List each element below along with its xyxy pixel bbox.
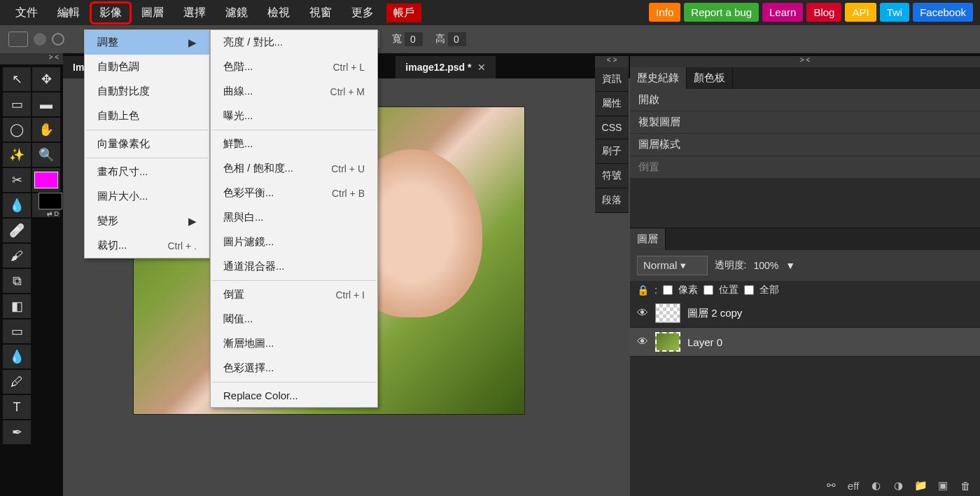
link-learn[interactable]: Learn <box>762 3 803 22</box>
tool-stamp[interactable]: ⧉ <box>3 269 31 293</box>
blend-mode-select[interactable]: Normal ▾ <box>637 256 708 275</box>
tool-wand[interactable]: ✨ <box>3 143 31 167</box>
menu-item-向量像素化[interactable]: 向量像素化 <box>85 132 209 156</box>
tool-zoom[interactable]: 🔍 <box>32 143 60 167</box>
tool-swatch-fg[interactable] <box>32 168 60 192</box>
panel-tab-brush[interactable]: 刷子 <box>595 139 629 164</box>
link-twitter[interactable]: Twi <box>880 3 910 22</box>
panel-tab-props[interactable]: 屬性 <box>595 92 629 116</box>
layer-thumb[interactable] <box>655 332 680 352</box>
opacity-value[interactable]: 100% <box>753 260 778 271</box>
menu-item-色彩選擇...[interactable]: 色彩選擇... <box>211 356 377 380</box>
link-blog[interactable]: Blog <box>806 3 841 22</box>
visibility-icon[interactable]: 👁 <box>637 336 648 348</box>
link-icon[interactable]: ⚯ <box>825 479 837 492</box>
menu-edit[interactable]: 編輯 <box>48 1 90 25</box>
menu-item-自動色調[interactable]: 自動色調 <box>85 55 209 79</box>
menu-file[interactable]: 文件 <box>6 1 48 25</box>
layer-name[interactable]: Layer 0 <box>687 336 722 348</box>
opt-shape-circle-icon[interactable] <box>34 33 46 46</box>
tool-move[interactable]: ↖ <box>3 67 31 91</box>
tool-path[interactable]: ✒ <box>3 420 31 444</box>
toolbox-collapse[interactable]: > < <box>0 53 63 64</box>
menu-item-自動上色[interactable]: 自動上色 <box>85 104 209 128</box>
menu-item-黑與白...[interactable]: 黑與白... <box>211 205 377 230</box>
tool-hand[interactable]: ✋ <box>32 118 60 142</box>
adjustment-icon[interactable]: ◑ <box>892 479 904 492</box>
lock-position-checkbox[interactable] <box>704 285 713 295</box>
panel-tab-info[interactable]: 資訊 <box>595 67 629 92</box>
layer-thumb[interactable] <box>655 303 680 323</box>
menu-more[interactable]: 更多 <box>342 1 384 25</box>
visibility-icon[interactable]: 👁 <box>637 307 648 319</box>
tool-lasso[interactable]: ◯ <box>3 118 31 142</box>
opacity-chevron-icon[interactable]: ▼ <box>785 260 795 271</box>
panel-collapse-icon[interactable]: > < <box>630 56 980 67</box>
layer-name[interactable]: 圖層 2 copy <box>687 307 742 320</box>
link-facebook[interactable]: Facebook <box>913 3 973 22</box>
tool-transform[interactable]: ✥ <box>32 67 60 91</box>
opt-height-value[interactable]: 0 <box>448 32 466 46</box>
menu-account[interactable]: 帳戶 <box>386 4 421 22</box>
lock-all-checkbox[interactable] <box>744 285 754 295</box>
tool-blur[interactable]: 💧 <box>3 345 31 368</box>
tool-eyedrop[interactable]: 💧 <box>3 193 31 217</box>
panel-expand-icon[interactable]: < > <box>595 56 629 67</box>
tab-swatches[interactable]: 顏色板 <box>687 67 733 89</box>
history-item[interactable]: 圖層樣式 <box>630 134 980 156</box>
opt-shape-ring-icon[interactable] <box>52 33 64 46</box>
menu-window[interactable]: 視窗 <box>300 1 342 25</box>
tool-crop[interactable]: ✂ <box>3 168 31 192</box>
tool-gradient[interactable]: ▭ <box>3 319 31 343</box>
opt-marquee-icon[interactable] <box>8 32 28 47</box>
new-layer-icon[interactable]: ▣ <box>937 479 949 492</box>
menu-view[interactable]: 檢視 <box>258 1 300 25</box>
menu-item-自動對比度[interactable]: 自動對比度 <box>85 79 209 104</box>
link-api[interactable]: API <box>845 3 876 22</box>
link-report-bug[interactable]: Report a bug <box>684 3 759 22</box>
menu-item-漸層地圖...[interactable]: 漸層地圖... <box>211 331 377 356</box>
layer-row[interactable]: 👁 圖層 2 copy <box>630 299 980 328</box>
menu-item-色階...[interactable]: 色階...Ctrl + L <box>211 55 377 79</box>
doc-tab-1[interactable]: image12.psd * ✕ <box>396 56 496 78</box>
menu-item-Replace Color...[interactable]: Replace Color... <box>211 384 377 407</box>
menu-item-通道混合器...[interactable]: 通道混合器... <box>211 254 377 279</box>
menu-item-調整[interactable]: 調整▶ <box>85 30 209 55</box>
folder-icon[interactable]: 📁 <box>914 479 927 492</box>
fx-button[interactable]: eff <box>847 480 860 492</box>
panel-tab-css[interactable]: CSS <box>595 116 629 139</box>
mask-icon[interactable]: ◐ <box>869 479 882 492</box>
close-icon[interactable]: ✕ <box>477 62 486 73</box>
link-info[interactable]: Info <box>649 3 680 22</box>
tool-heal[interactable]: 🩹 <box>3 219 31 242</box>
menu-select[interactable]: 選擇 <box>174 1 216 25</box>
panel-tab-para[interactable]: 段落 <box>595 188 629 213</box>
opt-width-value[interactable]: 0 <box>405 32 423 46</box>
menu-item-鮮艷...[interactable]: 鮮艷... <box>211 132 377 156</box>
layer-row[interactable]: 👁 Layer 0 <box>630 328 980 357</box>
menu-item-畫布尺寸...[interactable]: 畫布尺寸... <box>85 160 209 184</box>
menu-item-變形[interactable]: 變形▶ <box>85 209 209 233</box>
menu-item-圖片濾鏡...[interactable]: 圖片濾鏡... <box>211 230 377 254</box>
menu-filter[interactable]: 濾鏡 <box>216 1 258 25</box>
menu-item-圖片大小...[interactable]: 圖片大小... <box>85 184 209 209</box>
tool-rect[interactable]: ▬ <box>32 92 60 116</box>
menu-item-曝光...[interactable]: 曝光... <box>211 104 377 128</box>
menu-item-亮度 / 對比...[interactable]: 亮度 / 對比... <box>211 30 377 55</box>
menu-image[interactable]: 影像 <box>90 1 132 25</box>
trash-icon[interactable]: 🗑 <box>959 480 972 492</box>
lock-pixel-checkbox[interactable] <box>663 285 673 295</box>
tab-history[interactable]: 歷史紀錄 <box>630 67 687 89</box>
menu-item-色彩平衡...[interactable]: 色彩平衡...Ctrl + B <box>211 181 377 205</box>
menu-item-裁切...[interactable]: 裁切...Ctrl + . <box>85 233 209 258</box>
tool-brush[interactable]: 🖌 <box>3 244 31 268</box>
menu-item-曲線...[interactable]: 曲線...Ctrl + M <box>211 79 377 104</box>
history-item[interactable]: 複製圖層 <box>630 111 980 134</box>
tab-layers[interactable]: 圖層 <box>630 228 666 250</box>
tool-marquee[interactable]: ▭ <box>3 92 31 116</box>
history-item[interactable]: 倒置 <box>630 156 980 179</box>
menu-item-閾值...[interactable]: 閾值... <box>211 307 377 331</box>
panel-tab-symbol[interactable]: 符號 <box>595 164 629 188</box>
tool-text[interactable]: T <box>3 395 31 419</box>
tool-pen[interactable]: 🖊 <box>3 370 31 394</box>
